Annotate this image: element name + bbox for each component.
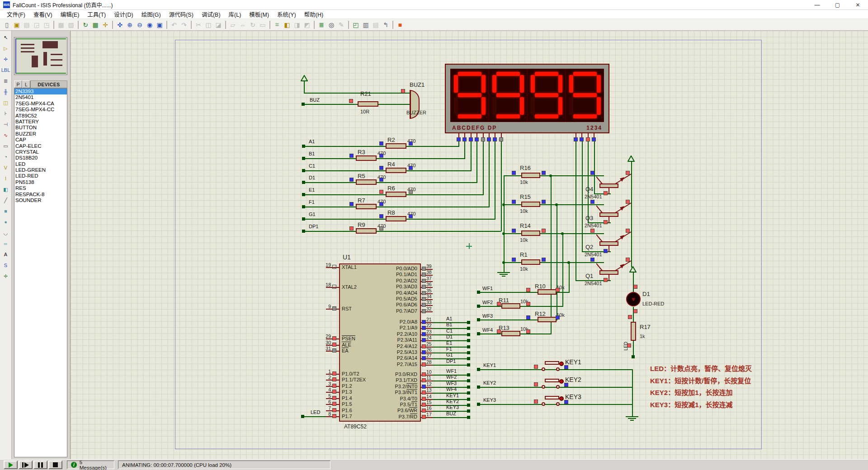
device-list-item[interactable]: CAP-ELEC [14,143,67,149]
resistor[interactable] [521,230,540,236]
schematic-canvas[interactable]: ABCDEFG DP 1234 [70,31,868,459]
mode-button[interactable]: ✛ [1,271,11,281]
toolbar-button[interactable]: ■ [395,20,405,29]
toolbar-button[interactable]: ↶ [169,20,179,29]
toolbar-button[interactable]: ◲ [32,20,42,29]
device-list-item[interactable]: LED-GREEN [14,167,67,173]
toolbar-button[interactable]: ⇔ [238,20,248,29]
transistor[interactable]: Q3 2N5401 [596,202,632,225]
toolbar-button[interactable] [314,21,315,29]
toolbar-button[interactable]: ▤ [371,20,381,29]
device-list-item[interactable]: AT89C52 [14,113,67,119]
pull-row[interactable]: R16 10k [504,175,608,176]
toolbar-button[interactable]: ⌗ [272,20,282,29]
resistor[interactable] [356,155,377,161]
device-list-item[interactable]: RESPACK-8 [14,192,67,197]
key-row[interactable]: KEY1 KEY1 [479,369,635,370]
toolbar-button[interactable]: ▣ [12,20,22,29]
mode-button[interactable]: ∿ [1,130,11,140]
mode-button[interactable]: ≣ [1,76,11,86]
toolbar-button[interactable]: ⊕ [125,20,135,29]
menu-item[interactable]: 调试(B) [198,9,225,19]
resistor[interactable] [521,259,540,265]
mode-button[interactable]: LBL [1,65,11,75]
mode-button[interactable]: ◧ [1,184,11,194]
toolbar-button[interactable]: ◳ [42,20,52,29]
device-list-item[interactable]: RES [14,185,67,191]
toolbar-button[interactable]: ✛ [100,20,110,29]
wf-row[interactable]: WF2 R11 10k [479,306,578,307]
resistor[interactable] [521,202,540,207]
toolbar-button[interactable] [191,21,192,29]
toolbar-button[interactable]: ▣ [155,20,165,29]
resistor[interactable] [356,228,377,234]
resistor[interactable] [501,303,520,309]
toolbar-button[interactable] [166,21,167,29]
mode-button[interactable]: V [1,163,11,173]
toolbar-button[interactable]: ⊖ [135,20,145,29]
mode-button[interactable]: ⊦ [1,108,11,118]
toolbar-button[interactable] [269,21,270,29]
toolbar-button[interactable]: ▭ [258,20,268,29]
play-button[interactable] [4,461,18,469]
transistor[interactable]: Q4 2N5401 [596,173,632,196]
mode-button[interactable]: ■ [1,206,11,216]
resistor[interactable] [386,168,406,173]
pull-row[interactable]: R15 10k [504,204,608,205]
mode-button[interactable]: I [1,174,11,183]
7seg-display[interactable]: ABCDEFG DP 1234 [445,64,609,133]
toolbar-button[interactable] [112,21,113,29]
resistor[interactable] [386,192,406,197]
mode-button[interactable]: ⊣ [1,119,11,129]
toolbar-button[interactable]: ↻ [248,20,258,29]
mode-button[interactable]: ✛ [1,54,11,64]
wf-row[interactable]: WF1 R10 10k [479,292,578,293]
mode-button[interactable]: A [1,249,11,259]
menu-item[interactable]: 绘图(G) [137,9,165,19]
minimize-button[interactable]: — [807,0,827,9]
toolbar-button[interactable]: ◧ [282,20,292,29]
device-list-item[interactable]: BUTTON [14,125,67,131]
segment-row[interactable]: C1 R4 470 [304,170,508,171]
toolbar-button[interactable]: ◉ [145,20,155,29]
key-row[interactable]: KEY3 KEY3 [479,404,635,405]
segment-row[interactable]: A1 R2 470 [304,146,508,147]
toolbar-button[interactable]: ✂ [193,20,203,29]
mode-button[interactable]: ● [1,217,11,227]
menu-item[interactable]: 系统(Y) [273,9,300,19]
mode-button[interactable]: ↖ [1,33,11,42]
menu-item[interactable]: 源代码(S) [165,9,198,19]
device-list-item[interactable]: 2N3393 [14,89,67,94]
device-list-item[interactable]: LED [14,161,67,167]
led-D1[interactable]: ▼ [626,292,641,306]
toolbar-button[interactable]: ≣ [316,20,326,29]
toolbar-button[interactable]: ◰ [351,20,361,29]
toolbar-button[interactable]: ↷ [179,20,189,29]
toolbar-button[interactable] [53,21,54,29]
menu-item[interactable]: 工具(T) [83,9,110,19]
toolbar-button[interactable]: ↻ [80,20,90,29]
schematic-overview[interactable] [14,37,67,75]
button-actuator[interactable] [559,379,564,384]
toolbar-button[interactable] [225,21,226,29]
key-row[interactable]: KEY2 KEY2 [479,387,635,388]
segment-row[interactable]: G1 R8 470 [304,219,508,220]
segment-row[interactable]: E1 R6 470 [304,194,508,195]
toolbar-button[interactable]: ✜ [115,20,125,29]
device-list-item[interactable]: 7SEG-MPX4-CA [14,101,67,107]
toolbar-button[interactable]: ◨ [292,20,302,29]
mode-button[interactable]: ╱ [1,195,11,205]
pull-row[interactable]: R14 10k [504,233,608,234]
mode-button[interactable]: ▭ [1,141,11,151]
device-list-item[interactable]: PN5138 [14,179,67,185]
segment-row[interactable]: DP1 R9 470 [304,231,508,232]
device-list-item[interactable]: SOUNDER [14,197,67,203]
menu-item[interactable]: 设计(D) [110,9,137,19]
mode-button[interactable]: ▷ [1,43,11,53]
segment-row[interactable]: B1 R3 470 [304,158,508,159]
resistor[interactable] [386,143,406,149]
toolbar-button[interactable]: ◎ [326,20,336,29]
resistor[interactable] [356,204,377,209]
toolbar-button[interactable]: ▧ [66,20,76,29]
device-list-item[interactable]: CAP [14,137,67,143]
